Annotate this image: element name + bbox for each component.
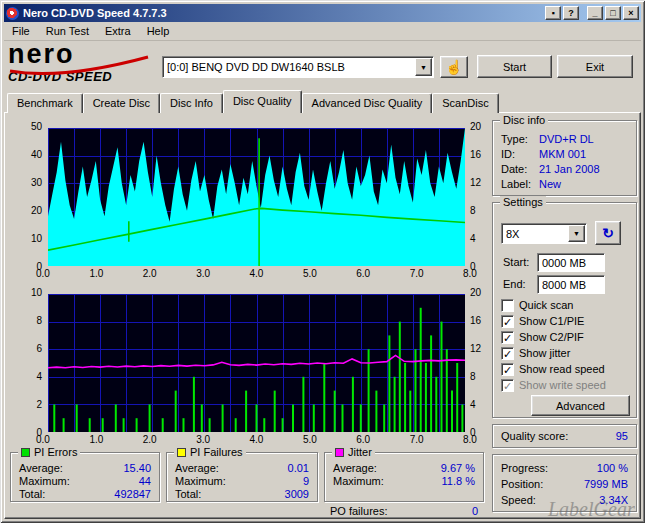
- stat-label: Average:: [333, 462, 377, 474]
- checkbox-quick-scan[interactable]: Quick scan: [501, 297, 630, 313]
- titlebar[interactable]: Nero CD-DVD Speed 4.7.7.3 ▪?_□×: [4, 4, 641, 22]
- checkbox-box[interactable]: ✓: [501, 331, 514, 344]
- help-button[interactable]: ?: [563, 6, 579, 20]
- checkbox-show-c1-pie[interactable]: ✓Show C1/PIE: [501, 313, 630, 329]
- menu-extra[interactable]: Extra: [97, 22, 139, 40]
- disc-info-label: Type:: [501, 133, 539, 145]
- tab-benchmark[interactable]: Benchmark: [7, 93, 83, 113]
- x-tick: 1.0: [89, 434, 103, 446]
- stat-value: 9: [303, 475, 309, 487]
- checkbox-box[interactable]: ✓: [501, 315, 514, 328]
- disc-info-label: Date:: [501, 163, 539, 175]
- advanced-button[interactable]: Advanced: [531, 395, 630, 416]
- start-label: Start:: [503, 256, 529, 268]
- shade-button[interactable]: ▪: [545, 6, 561, 20]
- disc-info-row: Date:21 Jan 2008: [493, 161, 636, 176]
- stat-label: Average:: [175, 462, 219, 474]
- stats-box-jitter: JitterAverage:9.67 %Maximum:11.8 %: [324, 452, 484, 502]
- x-tick: 6.0: [356, 434, 370, 446]
- speed-dropdown-arrow-icon[interactable]: ▼: [568, 225, 585, 242]
- stat-value: 9.67 %: [441, 462, 475, 474]
- pi-errors-chart: [48, 128, 465, 266]
- start-button[interactable]: Start: [477, 55, 552, 78]
- jitter-legend-icon: [335, 448, 344, 457]
- quality-score-value: 95: [616, 430, 628, 442]
- y-tick: 20: [470, 122, 481, 132]
- refresh-button[interactable]: ↻: [595, 221, 621, 245]
- checkbox-show-read-speed[interactable]: ✓Show read speed: [501, 361, 630, 377]
- x-tick: 1.0: [89, 268, 103, 280]
- app-icon: [6, 7, 19, 20]
- progress-value: 3.34X: [599, 494, 628, 506]
- disc-info-row: Label:New: [493, 176, 636, 191]
- progress-box: Progress:100 %Position:7999 MBSpeed:3.34…: [492, 454, 637, 512]
- end-label: End:: [503, 278, 526, 290]
- stat-label: Average:: [19, 462, 63, 474]
- chart2-left-axis: 1086420: [8, 288, 45, 438]
- y-tick: 10: [31, 288, 42, 298]
- progress-value: 7999 MB: [584, 478, 628, 490]
- disc-info-value: DVD+R DL: [539, 133, 594, 145]
- stat-label: Maximum:: [175, 475, 226, 487]
- tab-disc-quality[interactable]: Disc Quality: [223, 90, 302, 113]
- maximize-button[interactable]: □: [605, 6, 621, 20]
- y-tick: 50: [31, 122, 42, 132]
- checkbox-label: Show write speed: [519, 379, 606, 391]
- minimize-button[interactable]: _: [587, 6, 603, 20]
- stats-box-pi-failures: PI FailuresAverage:0.01Maximum:9Total:30…: [166, 452, 318, 502]
- y-tick: 4: [470, 234, 476, 244]
- checkbox-box[interactable]: ✓: [501, 347, 514, 360]
- checkbox-box[interactable]: ✓: [501, 379, 514, 392]
- x-tick: 7.0: [410, 268, 424, 280]
- stats-box-pi-errors: PI ErrorsAverage:15.40Maximum:44Total:49…: [10, 452, 160, 502]
- x-tick: 3.0: [196, 268, 210, 280]
- close-button[interactable]: ×: [623, 6, 639, 20]
- x-tick: 8.0: [463, 434, 477, 446]
- tab-disc-info[interactable]: Disc Info: [160, 93, 223, 113]
- stats-title-pi-errors: PI Errors: [18, 446, 80, 458]
- tab-create-disc[interactable]: Create Disc: [83, 93, 160, 113]
- menu-help[interactable]: Help: [139, 22, 178, 40]
- refresh-icon: ↻: [602, 226, 614, 240]
- disc-info-rows: Type:DVD+R DLID:MKM 001Date:21 Jan 2008L…: [493, 131, 636, 191]
- menu-run-test[interactable]: Run Test: [38, 22, 97, 40]
- tab-scandisc[interactable]: ScanDisc: [432, 93, 498, 113]
- exit-button[interactable]: Exit: [557, 55, 633, 78]
- settings-checkboxes: Quick scan✓Show C1/PIE✓Show C2/PIF✓Show …: [501, 297, 630, 393]
- scan-speed-value: 8X: [502, 224, 567, 243]
- stat-value: 15.40: [123, 462, 151, 474]
- x-tick: 4.0: [250, 434, 264, 446]
- tab-advanced-disc-quality[interactable]: Advanced Disc Quality: [302, 93, 433, 113]
- stats-title-pi-failures: PI Failures: [174, 446, 246, 458]
- drive-dropdown-arrow-icon[interactable]: ▼: [415, 58, 432, 76]
- checkbox-show-jitter[interactable]: ✓Show jitter: [501, 345, 630, 361]
- stats-rows: Average:0.01Maximum:9Total:3009: [167, 453, 317, 500]
- drive-selector[interactable]: [0:0] BENQ DVD DD DW1640 BSLB ▼: [162, 56, 434, 78]
- y-tick: 10: [31, 234, 42, 244]
- disc-info-value: 21 Jan 2008: [539, 163, 600, 175]
- scan-speed-selector[interactable]: 8X ▼: [501, 223, 587, 244]
- disc-info-row: Type:DVD+R DL: [493, 131, 636, 146]
- stat-label: Total:: [19, 488, 45, 500]
- stat-label: Maximum:: [19, 475, 70, 487]
- y-tick: 20: [470, 288, 481, 298]
- progress-row-progress: Progress:100 %: [493, 460, 636, 476]
- start-position-value: 0000 MB: [542, 257, 586, 269]
- checkbox-show-write-speed[interactable]: ✓Show write speed: [501, 377, 630, 393]
- y-tick: 12: [470, 344, 481, 354]
- hand-pointer-icon: ☝: [445, 60, 462, 74]
- checkbox-box[interactable]: ✓: [501, 363, 514, 376]
- stat-value: 3009: [285, 488, 309, 500]
- start-position-field[interactable]: 0000 MB: [537, 253, 605, 272]
- checkbox-box[interactable]: [501, 299, 514, 312]
- app-window: Nero CD-DVD Speed 4.7.7.3 ▪?_□× FileRun …: [0, 0, 645, 523]
- logo-swoosh: [8, 55, 158, 75]
- titlebar-buttons: ▪?_□×: [543, 6, 639, 20]
- disc-info-row: ID:MKM 001: [493, 146, 636, 161]
- checkbox-show-c2-pif[interactable]: ✓Show C2/PIF: [501, 329, 630, 345]
- menu-file[interactable]: File: [4, 22, 38, 40]
- autorun-button[interactable]: ☝: [440, 56, 468, 78]
- progress-label: Position:: [501, 478, 543, 490]
- end-position-field[interactable]: 8000 MB: [537, 275, 605, 294]
- progress-row-position: Position:7999 MB: [493, 476, 636, 492]
